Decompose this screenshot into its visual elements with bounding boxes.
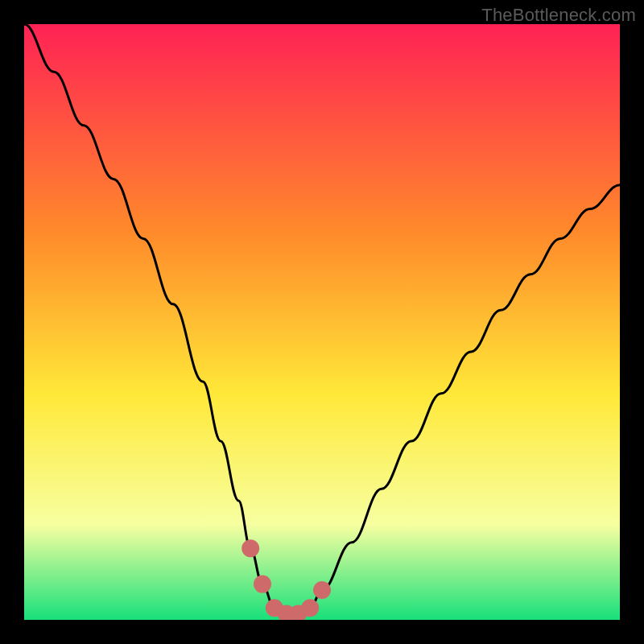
watermark-text: TheBottleneck.com: [481, 5, 636, 26]
plot-area: [24, 24, 620, 620]
marker-point: [242, 539, 259, 557]
marker-point: [254, 576, 271, 593]
marker-point: [313, 581, 331, 599]
gradient-background: [24, 24, 620, 620]
bottleneck-chart: [24, 24, 620, 620]
marker-point: [301, 599, 319, 617]
